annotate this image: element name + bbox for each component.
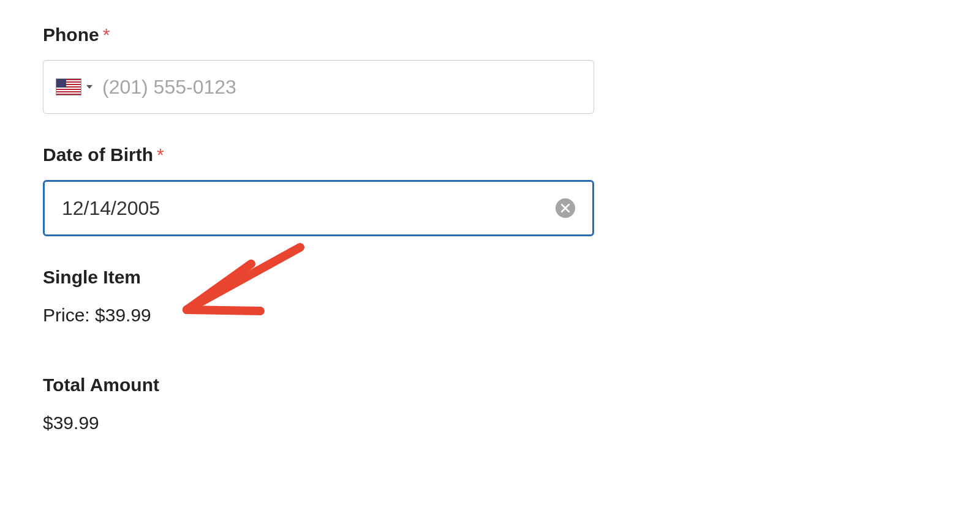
dob-label-text: Date of Birth [43,144,153,165]
price-value: $39.99 [95,305,151,325]
single-item-group: Single Item Price: $39.99 [43,267,594,326]
total-value: $39.99 [43,413,594,433]
dob-field-group: Date of Birth* [43,144,594,236]
dob-input-wrapper [43,180,594,236]
phone-label: Phone* [43,24,594,45]
us-flag-icon [56,78,81,95]
clear-button[interactable] [556,198,575,218]
country-flag-dropdown[interactable] [56,78,92,95]
dob-input[interactable] [62,197,546,220]
price-label: Price: [43,305,95,325]
total-amount-group: Total Amount $39.99 [43,375,594,433]
single-item-heading: Single Item [43,267,594,288]
price-line: Price: $39.99 [43,305,594,326]
chevron-down-icon [86,85,92,89]
dob-label: Date of Birth* [43,144,594,165]
required-asterisk: * [103,24,110,45]
required-asterisk: * [157,144,164,165]
phone-input-wrapper [43,60,594,114]
phone-label-text: Phone [43,24,99,45]
phone-input[interactable] [102,76,581,99]
form-container: Phone* Date of Birth* Single Item P [43,24,594,433]
annotation-arrow-icon [172,242,312,340]
close-icon [561,204,570,212]
total-heading: Total Amount [43,375,594,395]
phone-field-group: Phone* [43,24,594,114]
